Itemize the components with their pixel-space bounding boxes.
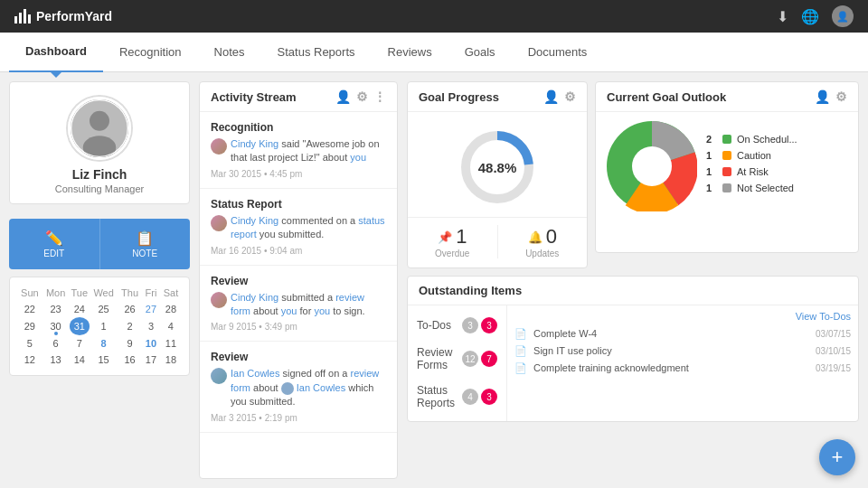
cal-day[interactable]: 15 bbox=[90, 352, 118, 368]
todo-text: Sign IT use policy bbox=[533, 345, 612, 356]
you-link[interactable]: you bbox=[281, 305, 297, 316]
settings-icon[interactable]: ⚙ bbox=[564, 89, 576, 104]
cindy-king-link[interactable]: Cindy King bbox=[231, 138, 278, 149]
cal-day-today[interactable]: 31 bbox=[70, 317, 90, 335]
todos-label: To-Dos bbox=[417, 319, 451, 332]
out-item-review-forms[interactable]: Review Forms 12 7 bbox=[408, 340, 506, 378]
cal-row: 29 30 31 1 2 3 4 bbox=[17, 317, 182, 335]
updates-number: 🔔 0 bbox=[498, 225, 588, 249]
action-buttons: ✏️ EDIT 📋 NOTE bbox=[9, 219, 190, 269]
bell-icon: 🔔 bbox=[528, 230, 542, 244]
cal-day[interactable]: 24 bbox=[70, 301, 90, 317]
overdue-label: Overdue bbox=[408, 249, 497, 258]
note-button[interactable]: 📋 NOTE bbox=[100, 219, 191, 269]
todo-icon: 📄 bbox=[514, 362, 527, 373]
cal-day[interactable]: 22 bbox=[17, 301, 42, 317]
todo-item-training: 📄 Complete training acknowledgment 03/19… bbox=[514, 360, 851, 377]
activity-body: Cindy King commented on a status report … bbox=[211, 214, 386, 242]
cal-header-tue: Tue bbox=[70, 285, 90, 301]
activity-type: Recognition bbox=[211, 121, 386, 134]
cal-day[interactable]: 28 bbox=[160, 301, 182, 317]
cal-day[interactable]: 27 bbox=[142, 301, 160, 317]
you-link[interactable]: you bbox=[350, 152, 366, 163]
nav-dashboard[interactable]: Dashboard bbox=[9, 33, 103, 72]
activity-item-review2: Review Ian Cowles signed off on a review… bbox=[200, 342, 397, 432]
person-icon[interactable]: 👤 bbox=[543, 89, 559, 104]
goal-progress-card: Goal Progress 👤 ⚙ 48.8% bbox=[407, 81, 588, 268]
cal-day[interactable]: 9 bbox=[118, 335, 142, 352]
cal-day[interactable]: 11 bbox=[160, 335, 182, 352]
cal-day[interactable]: 3 bbox=[142, 317, 160, 335]
logo: PerformYard bbox=[14, 9, 112, 23]
activity-stream-header: Activity Stream 👤 ⚙ ⋮ bbox=[200, 82, 397, 112]
pin-icon: 📌 bbox=[438, 230, 452, 244]
nav-goals[interactable]: Goals bbox=[448, 33, 512, 72]
todo-date: 03/07/15 bbox=[816, 329, 851, 339]
updates-stat: 🔔 0 Updates bbox=[498, 225, 588, 258]
cal-day[interactable]: 13 bbox=[42, 352, 70, 368]
cindy-king-link[interactable]: Cindy King bbox=[231, 215, 278, 226]
cal-day[interactable]: 29 bbox=[17, 317, 42, 335]
cal-day[interactable]: 16 bbox=[118, 352, 142, 368]
overdue-stat: 📌 1 Overdue bbox=[408, 225, 497, 258]
goal-header-icons: 👤 ⚙ bbox=[543, 89, 576, 104]
activity-text: Cindy King commented on a status report … bbox=[231, 214, 386, 242]
cal-day[interactable]: 7 bbox=[70, 335, 90, 352]
todos-badges: 3 3 bbox=[462, 317, 497, 333]
nav-arrow bbox=[51, 72, 61, 78]
status-reports-label: Status Reports bbox=[417, 384, 462, 409]
fab-button[interactable]: + bbox=[819, 439, 855, 475]
cal-day[interactable]: 26 bbox=[118, 301, 142, 317]
cal-header-sun: Sun bbox=[17, 285, 42, 301]
more-icon[interactable]: ⋮ bbox=[373, 89, 386, 104]
you-link2[interactable]: you bbox=[314, 305, 330, 316]
cal-day[interactable]: 2 bbox=[118, 317, 142, 335]
cal-day[interactable]: 5 bbox=[17, 335, 42, 352]
nav-status-reports[interactable]: Status Reports bbox=[261, 33, 372, 72]
cal-day[interactable]: 18 bbox=[160, 352, 182, 368]
ian-cowles-link2[interactable]: Ian Cowles bbox=[297, 382, 345, 393]
nav-reviews[interactable]: Reviews bbox=[372, 33, 448, 72]
settings-icon[interactable]: ⚙ bbox=[835, 89, 847, 104]
cal-day[interactable]: 30 bbox=[42, 317, 70, 335]
cal-day[interactable]: 8 bbox=[90, 335, 118, 352]
person-icon[interactable]: 👤 bbox=[335, 89, 351, 104]
settings-icon[interactable]: ⚙ bbox=[356, 89, 368, 104]
ian-cowles-link[interactable]: Ian Cowles bbox=[231, 368, 279, 379]
mini-avatar bbox=[211, 138, 227, 155]
out-item-todos[interactable]: To-Dos 3 3 bbox=[408, 311, 506, 340]
globe-icon[interactable]: 🌐 bbox=[801, 8, 819, 25]
nav-recognition[interactable]: Recognition bbox=[103, 33, 198, 72]
activity-item-recognition: Recognition Cindy King said "Awesome job… bbox=[200, 112, 397, 189]
avatar bbox=[68, 97, 131, 160]
cal-day[interactable]: 23 bbox=[42, 301, 70, 317]
edit-button[interactable]: ✏️ EDIT bbox=[9, 219, 100, 269]
cal-day[interactable]: 25 bbox=[90, 301, 118, 317]
cal-day[interactable]: 14 bbox=[70, 352, 90, 368]
cal-day[interactable]: 10 bbox=[142, 335, 160, 352]
nav-documents[interactable]: Documents bbox=[512, 33, 604, 72]
overdue-number: 📌 1 bbox=[408, 225, 497, 249]
activity-time: Mar 9 2015 • 3:49 pm bbox=[211, 322, 386, 332]
bar3 bbox=[24, 9, 26, 23]
cal-day[interactable]: 6 bbox=[42, 335, 70, 352]
view-todos-link[interactable]: View To-Dos bbox=[796, 311, 851, 322]
pie-chart bbox=[607, 121, 697, 211]
out-item-status-reports[interactable]: Status Reports 4 3 bbox=[408, 378, 506, 416]
main-navigation: Dashboard Recognition Notes Status Repor… bbox=[0, 33, 868, 72]
cal-header-fri: Fri bbox=[142, 285, 160, 301]
activity-type: Review bbox=[211, 351, 386, 363]
cal-day[interactable]: 17 bbox=[142, 352, 160, 368]
cindy-king-link[interactable]: Cindy King bbox=[231, 292, 278, 303]
person-icon[interactable]: 👤 bbox=[815, 89, 830, 104]
cal-day[interactable]: 1 bbox=[90, 317, 118, 335]
todo-text: Complete training acknowledgment bbox=[533, 362, 689, 373]
cal-day[interactable]: 12 bbox=[17, 352, 42, 368]
download-icon[interactable]: ⬇ bbox=[777, 8, 788, 25]
goal-progress-section: Goal Progress 👤 ⚙ 48.8% bbox=[407, 81, 588, 268]
mini-avatar bbox=[211, 215, 227, 231]
cal-day[interactable]: 4 bbox=[160, 317, 182, 335]
user-avatar-icon[interactable]: 👤 bbox=[832, 5, 854, 27]
nav-notes[interactable]: Notes bbox=[198, 33, 261, 72]
donut-container: 48.8% bbox=[408, 112, 587, 217]
